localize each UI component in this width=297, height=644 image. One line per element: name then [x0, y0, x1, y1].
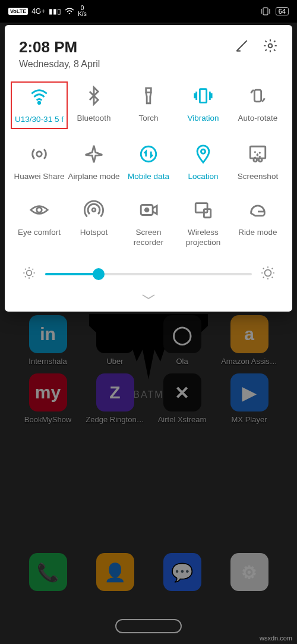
app-Zedge Rington…[interactable]: ZZedge Rington…	[94, 373, 136, 424]
app-MX Player[interactable]: ▶MX Player	[229, 373, 270, 424]
nav-pill[interactable]	[115, 619, 182, 633]
app-label: Internshala	[29, 357, 67, 366]
tile-projection[interactable]: Wireless projection	[176, 198, 230, 247]
svg-rect-4	[200, 89, 206, 103]
eye-icon	[27, 198, 51, 222]
tile-label: Screen recorder	[122, 228, 175, 247]
tile-label: Huawei Share	[14, 172, 65, 181]
tile-label: Bluetooth	[77, 114, 110, 123]
panel-time: 2:08 PM	[19, 38, 100, 56]
app-dock[interactable]: ⚙	[229, 553, 270, 591]
app-dock[interactable]: 👤	[94, 553, 136, 591]
app-icon: ◯	[163, 315, 201, 353]
tile-airplane[interactable]: Airplane mode	[67, 142, 121, 181]
vibrate-status-icon	[260, 7, 271, 15]
torch-icon	[137, 84, 160, 108]
signal-icon: ▮▮▯	[49, 7, 61, 15]
brightness-slider[interactable]	[45, 273, 252, 275]
brightness-high-icon	[260, 265, 276, 283]
location-icon	[191, 142, 215, 166]
wifi-icon	[27, 85, 51, 109]
app-label: MX Player	[232, 415, 267, 424]
app-dock[interactable]: 💬	[162, 553, 203, 591]
app-BookMyShow[interactable]: myBookMyShow	[27, 373, 69, 424]
tile-mobiledata[interactable]: Mobile data	[121, 142, 176, 181]
app-label: BookMyShow	[24, 415, 71, 424]
svg-point-19	[265, 269, 271, 276]
wallpaper-batman	[89, 314, 208, 385]
tile-label: Vibration	[187, 114, 219, 123]
app-icon: ▶	[230, 373, 268, 411]
tile-torch[interactable]: Torch	[121, 84, 176, 125]
tile-label: Torch	[138, 114, 158, 123]
volte-badge: VoLTE	[8, 8, 28, 15]
quick-settings-panel: 2:08 PM Wednesday, 8 April U13/30-31 5 f…	[5, 25, 292, 312]
tile-ridemode[interactable]: Ride mode	[230, 198, 285, 247]
svg-point-8	[201, 149, 205, 153]
tile-recorder[interactable]: Screen recorder	[121, 198, 176, 247]
tile-label: Mobile data	[128, 172, 169, 181]
watermark: wsxdn.com	[260, 634, 292, 642]
app-Airtel Xstream[interactable]: ✕Airtel Xstream	[162, 373, 203, 424]
projection-icon	[191, 198, 215, 222]
tile-vibration[interactable]: Vibration	[176, 84, 230, 125]
tile-label: Wireless projection	[177, 228, 229, 247]
app-icon: ⚙	[230, 553, 268, 591]
svg-rect-5	[254, 90, 261, 102]
battery-percent: 64	[279, 8, 286, 15]
tile-label: Screenshot	[238, 172, 278, 181]
airplane-icon	[82, 142, 106, 166]
status-bar: VoLTE 4G+ ▮▮▯ 0 K/s 64	[0, 0, 297, 23]
tile-label: Ride mode	[238, 228, 277, 237]
app-icon: in	[29, 315, 67, 353]
svg-point-2	[38, 102, 40, 103]
tile-autorotate[interactable]: Auto-rotate	[230, 84, 285, 125]
app-Amazon Assis…[interactable]: aAmazon Assis…	[229, 315, 270, 366]
svg-point-6	[37, 152, 42, 157]
edit-icon[interactable]	[234, 38, 249, 56]
svg-rect-16	[195, 203, 207, 213]
app-Uber[interactable]: Uber	[94, 315, 136, 366]
svg-point-18	[27, 270, 32, 275]
app-icon: Z	[96, 373, 134, 411]
screenshot-icon	[246, 142, 270, 166]
brightness-low-icon	[21, 265, 37, 283]
app-icon: my	[29, 373, 67, 411]
speed-unit: K/s	[78, 11, 86, 17]
tile-eyecomfort[interactable]: Eye comfort	[12, 198, 67, 247]
app-icon	[96, 315, 134, 353]
settings-icon[interactable]	[263, 38, 278, 56]
panel-date: Wednesday, 8 April	[19, 59, 100, 70]
svg-rect-0	[263, 8, 268, 15]
svg-point-7	[141, 146, 156, 162]
tile-label: Location	[188, 172, 218, 181]
vibration-icon	[191, 84, 215, 108]
tile-screenshot[interactable]: Screenshot	[230, 142, 285, 181]
svg-rect-3	[146, 88, 151, 92]
tile-bluetooth[interactable]: Bluetooth	[67, 84, 121, 125]
share-icon	[27, 142, 51, 166]
wifi-status-icon	[65, 8, 74, 15]
app-label: Zedge Rington…	[86, 415, 144, 424]
app-dock[interactable]: 📞	[27, 553, 69, 591]
svg-point-13	[92, 209, 96, 212]
tile-location[interactable]: Location	[176, 142, 230, 181]
tile-hotspot[interactable]: Hotspot	[67, 198, 121, 247]
app-Internshala[interactable]: inInternshala	[27, 315, 69, 366]
tile-huaweishare[interactable]: Huawei Share	[12, 142, 67, 181]
svg-point-15	[145, 209, 148, 212]
svg-point-11	[258, 158, 262, 162]
app-label: Amazon Assis…	[221, 357, 277, 366]
tile-label: Auto-rotate	[238, 114, 278, 123]
data-icon	[137, 142, 160, 166]
svg-point-10	[254, 158, 257, 162]
network-type: 4G+	[31, 7, 45, 15]
expand-chevron-icon[interactable]	[11, 288, 286, 304]
helmet-icon	[246, 198, 270, 222]
app-icon: ✕	[163, 373, 201, 411]
tile-wifi[interactable]: U13/30-31 5 f	[11, 81, 68, 129]
app-label: Uber	[106, 357, 123, 366]
app-Ola[interactable]: ◯Ola	[162, 315, 203, 366]
wallpaper-text: BATM	[133, 389, 163, 400]
tile-label: Eye comfort	[18, 228, 61, 237]
